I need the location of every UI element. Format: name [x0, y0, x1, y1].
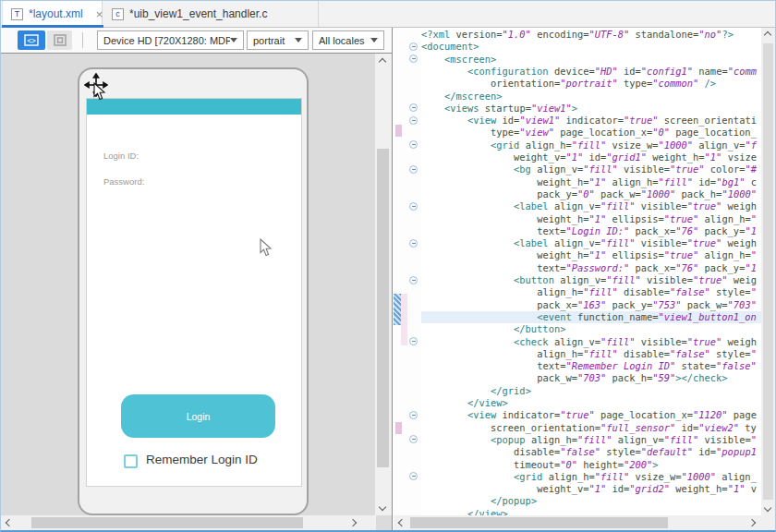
scrollbar-thumb[interactable] — [31, 517, 303, 528]
source-horizontal-scrollbar[interactable] — [394, 515, 760, 530]
fold-collapse-icon[interactable] — [409, 42, 418, 51]
fold-collapse-icon[interactable] — [409, 239, 418, 248]
diff-pink-marker[interactable] — [395, 422, 402, 434]
code-line[interactable]: <button align_v="fill" visible="true" we… — [421, 274, 761, 286]
device-preview-screen[interactable]: Login ID: Password: Login Remember Login… — [86, 98, 302, 487]
diff-pale-marker[interactable] — [401, 294, 407, 345]
fold-collapse-icon[interactable] — [409, 140, 418, 149]
code-line[interactable]: weight_h="1" ellipsis="true" align_h=" — [421, 213, 761, 225]
device-select-value: Device HD [720X1280: MDPI] — [103, 35, 230, 46]
scroll-down-icon[interactable] — [379, 503, 386, 511]
design-canvas[interactable]: Login ID: Password: Login Remember Login… — [1, 54, 375, 515]
fold-collapse-icon[interactable] — [409, 435, 418, 443]
preview-password-label[interactable]: Password: — [103, 176, 144, 187]
tab-event-handler-c[interactable]: c *uib_view1_event_handler.c — [103, 1, 319, 27]
chevron-down-icon — [370, 38, 378, 42]
fold-collapse-icon[interactable] — [409, 337, 418, 345]
preview-login-id-label[interactable]: Login ID: — [103, 151, 139, 161]
diff-pink-marker[interactable] — [395, 125, 402, 137]
scroll-right-icon[interactable] — [349, 519, 357, 526]
code-line[interactable]: orientation="portrait" type="common" /> — [421, 78, 761, 90]
fold-collapse-icon[interactable] — [409, 54, 418, 63]
code-line[interactable]: <view id="view1" indicator="true" screen… — [421, 115, 761, 127]
design-toolbar: <> Device HD [720X1280: MDPI] portrait A… — [1, 28, 392, 54]
scrollbar-thumb[interactable] — [763, 43, 773, 500]
code-line[interactable]: text="Password:" pack_x="76" pack_y="1 — [421, 262, 761, 274]
code-line[interactable]: timeout="0" height="200"> — [421, 459, 761, 471]
tab-label: *uib_view1_event_handler.c — [129, 7, 267, 20]
preview-remember-checkbox[interactable] — [124, 454, 138, 468]
close-tab-icon[interactable]: × — [96, 7, 103, 21]
code-line[interactable]: pack_w="703" pack_h="59"></check> — [421, 372, 761, 384]
scroll-right-icon[interactable] — [748, 519, 756, 526]
locale-select[interactable]: All locales — [312, 30, 384, 50]
chevron-down-icon — [295, 38, 302, 42]
code-line[interactable]: <bg align_v="fill" visible="true" color=… — [421, 163, 761, 175]
code-line[interactable]: <grid align_h="fill" vsize_w="1000" alig… — [421, 139, 761, 151]
code-line[interactable]: disable="false" style="default" id="popu… — [421, 446, 761, 458]
code-line[interactable]: pack_x="163" pack_y="753" pack_w="703" — [421, 299, 761, 311]
code-line[interactable]: <?xml version="1.0" encoding="UTF-8" sta… — [421, 29, 761, 41]
code-line[interactable]: <configuration device="HD" id="config1" … — [421, 66, 761, 78]
code-line[interactable]: text="Remember Login ID" state="false" — [421, 360, 761, 372]
code-line[interactable]: <label align_v="fill" visible="true" wei… — [421, 237, 761, 249]
source-vertical-scrollbar[interactable] — [761, 28, 775, 515]
tab-layout-xml[interactable]: T *layout.xml × — [2, 1, 103, 27]
code-line[interactable]: pack_y="0" pack_w="1000" pack_h="1000" — [421, 188, 761, 200]
fold-collapse-icon[interactable] — [409, 411, 418, 419]
code-line[interactable]: align_h="fill" disable="false" style=" — [421, 348, 761, 360]
fold-collapse-icon[interactable] — [409, 116, 418, 125]
code-line[interactable]: weight_h="1" align_h="fill" id="bg1" c — [421, 176, 761, 188]
code-line[interactable]: </view> — [421, 397, 761, 409]
code-line[interactable]: </popup> — [421, 495, 761, 507]
fold-collapse-icon[interactable] — [409, 165, 418, 174]
scroll-up-icon[interactable] — [379, 58, 386, 66]
scrollbar-thumb[interactable] — [377, 149, 389, 467]
code-line[interactable]: align_h="fill" disable="false" style=" — [421, 286, 761, 298]
scrollbar-thumb[interactable] — [410, 517, 668, 528]
code-line[interactable]: screen_orientation="full_sensor" id="vie… — [421, 422, 761, 434]
code-line[interactable]: <mscreen> — [421, 54, 761, 66]
code-line[interactable]: weight_v="1" id="grid2" weight_h="1" v — [421, 483, 761, 495]
device-preview-frame: Login ID: Password: Login Remember Login… — [78, 67, 309, 515]
preview-login-button[interactable]: Login — [121, 394, 275, 438]
code-line[interactable]: type="view" page_location_x="0" page_loc… — [421, 127, 761, 139]
code-line[interactable]: </mscreen> — [421, 91, 761, 103]
fold-collapse-icon[interactable] — [409, 472, 418, 480]
xml-source-editor[interactable]: <?xml version="1.0" encoding="UTF-8" sta… — [421, 28, 761, 515]
code-line[interactable]: <check align_v="fill" visible="true" wei… — [421, 336, 761, 348]
scroll-left-icon[interactable] — [398, 519, 406, 526]
code-line[interactable]: </grid> — [421, 385, 761, 397]
toolbar-separator — [82, 32, 83, 48]
ide-window: T *layout.xml × c *uib_view1_event_handl… — [0, 0, 776, 532]
code-line[interactable]: weight_h="1" ellipsis="true" align_h=" — [421, 249, 761, 261]
scroll-down-icon[interactable] — [764, 504, 771, 512]
editor-tab-strip: T *layout.xml × c *uib_view1_event_handl… — [1, 1, 775, 28]
code-line[interactable]: text="Login ID:" pack_x="76" pack_y="1 — [421, 225, 761, 237]
code-line[interactable]: weight_v="1" id="grid1" weight_h="1" vsi… — [421, 151, 761, 163]
design-only-view-button[interactable] — [47, 30, 72, 50]
code-line[interactable]: <popup align_h="fill" align_v="fill" vis… — [421, 434, 761, 446]
preview-remember-label[interactable]: Remember Login ID — [146, 453, 258, 466]
code-line[interactable]: <views startup="view1"> — [421, 103, 761, 115]
design-horizontal-scrollbar[interactable] — [1, 515, 376, 530]
orientation-select[interactable]: portrait — [247, 30, 309, 50]
code-line[interactable]: <document> — [421, 41, 761, 53]
source-design-view-button[interactable]: <> — [18, 30, 45, 50]
device-select[interactable]: Device HD [720X1280: MDPI] — [97, 30, 244, 50]
fold-collapse-icon[interactable] — [409, 103, 418, 112]
fold-collapse-icon[interactable] — [409, 276, 418, 284]
annotation-ruler[interactable] — [394, 28, 407, 515]
design-vertical-scrollbar[interactable] — [375, 54, 392, 515]
code-line[interactable]: <label align_v="fill" visible="true" wei… — [421, 200, 761, 212]
scroll-up-icon[interactable] — [764, 31, 771, 39]
scroll-left-icon[interactable] — [6, 519, 13, 526]
preview-header-bg-widget[interactable] — [87, 99, 301, 115]
code-line[interactable]: </button> — [421, 323, 761, 335]
code-line[interactable]: <event function_name="view1_button1_on — [421, 311, 761, 323]
code-line[interactable]: <view indicator="true" page_location_x="… — [421, 409, 761, 421]
code-line[interactable]: <grid align_h="fill" vsize_w="1000" alig… — [421, 471, 761, 483]
code-line[interactable]: </view> — [421, 508, 761, 515]
fold-collapse-icon[interactable] — [409, 202, 418, 211]
svg-text:<>: <> — [27, 37, 36, 45]
